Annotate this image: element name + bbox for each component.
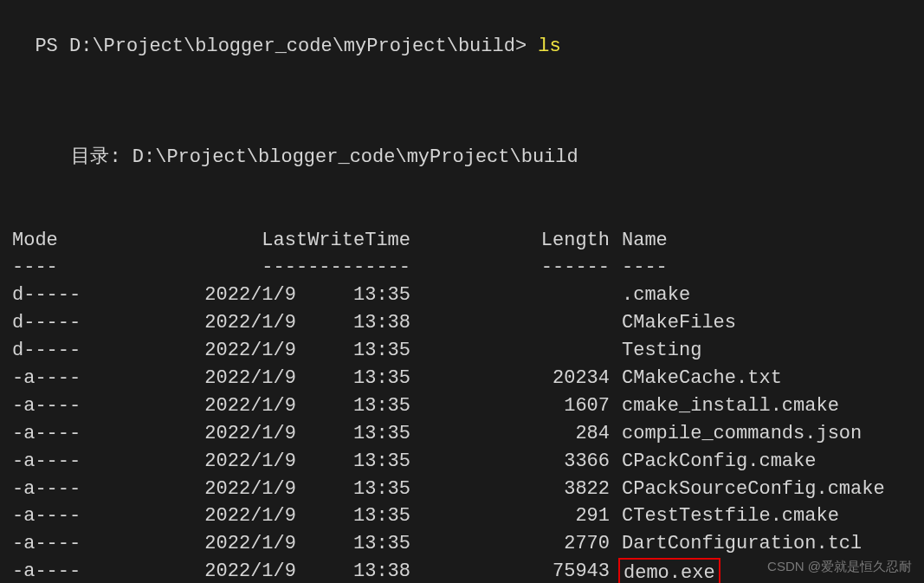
cell-datetime: 2022/1/9 13:35 [90,530,410,558]
table-row: -a---- 2022/1/9 13:351607cmake_install.c… [12,392,912,420]
cell-datetime: 2022/1/9 13:35 [90,337,410,365]
cell-name: compile_commands.json [610,420,862,448]
cell-length: 75943 [410,558,610,583]
cell-name: CMakeFiles [610,309,736,337]
cell-datetime: 2022/1/9 13:38 [90,558,410,583]
cell-datetime: 2022/1/9 13:35 [90,392,410,420]
table-row: d----- 2022/1/9 13:38CMakeFiles [12,309,912,337]
cell-length: 2770 [410,530,610,558]
cell-datetime: 2022/1/9 13:35 [90,420,410,448]
header-name: Name [610,227,668,255]
cell-length [410,337,610,365]
cell-name: .cmake [610,282,690,309]
divider-row: ---- ------------- ------ ---- [12,254,912,282]
cell-length [410,282,610,309]
cell-datetime: 2022/1/9 13:35 [90,476,410,503]
watermark: CSDN @爱就是恒久忍耐 [767,557,912,576]
cell-mode: -a---- [12,502,90,530]
table-row: -a---- 2022/1/9 13:35291CTestTestfile.cm… [12,502,912,530]
header-row: Mode LastWriteTime Length Name [12,227,912,255]
cell-datetime: 2022/1/9 13:38 [90,309,410,337]
divider-mode: ---- [12,254,90,282]
cell-name: Testing [610,337,701,365]
header-length: Length [410,227,610,255]
header-mode: Mode [12,227,90,255]
cell-mode: -a---- [12,420,90,448]
divider-lastwrite: ------------- [90,254,410,282]
cell-mode: d----- [12,337,90,365]
cell-datetime: 2022/1/9 13:35 [90,448,410,476]
table-row: -a---- 2022/1/9 13:3520234CMakeCache.txt [12,365,912,392]
cell-length: 20234 [410,365,610,392]
divider-name: ---- [610,254,668,282]
directory-line: 目录: D:\Project\blogger_code\myProject\bu… [12,116,912,172]
table-row: d----- 2022/1/9 13:35Testing [12,337,912,365]
cell-mode: -a---- [12,530,90,558]
cell-length: 284 [410,420,610,448]
table-row: -a---- 2022/1/9 13:353822CPackSourceConf… [12,476,912,503]
prompt-prefix: PS [35,36,69,57]
cell-length [410,309,610,337]
header-lastwrite: LastWriteTime [90,227,410,255]
table-row: -a---- 2022/1/9 13:35284compile_commands… [12,420,912,448]
cell-name: CPackConfig.cmake [610,448,816,476]
cell-mode: -a---- [12,448,90,476]
cell-datetime: 2022/1/9 13:35 [90,282,410,309]
cell-name: demo.exe [610,558,720,583]
cell-mode: -a---- [12,476,90,503]
prompt-line[interactable]: PS D:\Project\blogger_code\myProject\bui… [12,5,912,61]
prompt-suffix: > [515,36,538,57]
table-row: -a---- 2022/1/9 13:353366CPackConfig.cma… [12,448,912,476]
rows-container: d----- 2022/1/9 13:35.cmaked----- 2022/1… [12,282,912,583]
prompt-path: D:\Project\blogger_code\myProject\build [69,36,515,57]
cell-mode: -a---- [12,392,90,420]
table-row: -a---- 2022/1/9 13:352770DartConfigurati… [12,530,912,558]
cell-datetime: 2022/1/9 13:35 [90,365,410,392]
prompt-command: ls [538,36,560,57]
cell-name: DartConfiguration.tcl [610,530,862,558]
cell-length: 3822 [410,476,610,503]
cell-length: 3366 [410,448,610,476]
divider-length: ------ [410,254,610,282]
directory-label: 目录: [71,146,132,168]
directory-path: D:\Project\blogger_code\myProject\build [132,146,578,168]
highlight-box: demo.exe [618,558,720,583]
table-row: d----- 2022/1/9 13:35.cmake [12,282,912,309]
cell-name: CMakeCache.txt [610,365,782,392]
cell-mode: d----- [12,309,90,337]
cell-mode: -a---- [12,365,90,392]
cell-datetime: 2022/1/9 13:35 [90,502,410,530]
cell-name: CPackSourceConfig.cmake [610,476,885,503]
cell-name: CTestTestfile.cmake [610,502,839,530]
cell-mode: -a---- [12,558,90,583]
cell-mode: d----- [12,282,90,309]
cell-name: cmake_install.cmake [610,392,839,420]
cell-length: 1607 [410,392,610,420]
cell-length: 291 [410,502,610,530]
